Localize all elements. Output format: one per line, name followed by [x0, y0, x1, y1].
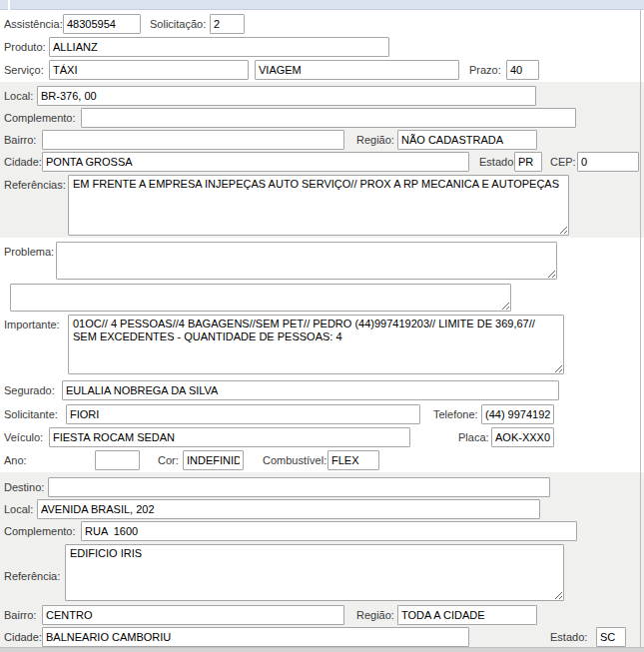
regiao-destino-label: Região: — [356, 608, 394, 622]
servico-tipo-field[interactable] — [49, 60, 249, 80]
complemento-destino-label: Complemento: — [4, 524, 76, 538]
complemento-origem-label: Complemento: — [4, 111, 76, 125]
regiao-origem-field[interactable] — [397, 130, 537, 150]
estado-origem-field[interactable] — [514, 152, 542, 172]
assistencia-label: Assistência: — [4, 17, 63, 31]
bairro-destino-field[interactable] — [42, 605, 344, 625]
servico-label: Serviço: — [4, 63, 44, 77]
bottom-bar — [0, 647, 644, 652]
telefone-field[interactable] — [481, 404, 554, 424]
cep-label: CEP: — [550, 155, 576, 169]
referencia-destino-label: Referência: — [4, 569, 60, 583]
produto-field[interactable] — [49, 37, 389, 57]
combustivel-field[interactable] — [327, 450, 379, 470]
problema-field[interactable] — [56, 242, 557, 280]
cidade-destino-field[interactable] — [42, 627, 469, 647]
regiao-origem-label: Região: — [356, 133, 394, 147]
veiculo-label: Veículo: — [4, 430, 43, 444]
complemento-destino-field[interactable] — [81, 521, 577, 541]
segurado-field[interactable] — [62, 380, 559, 400]
bairro-origem-field[interactable] — [42, 130, 344, 150]
assistance-form-page: Assistência: Solicitação: Produto: Servi… — [0, 0, 644, 652]
observacao-extra-field[interactable] — [10, 284, 511, 312]
cidade-origem-label: Cidade: — [4, 155, 42, 169]
importante-label: Importante: — [4, 318, 60, 331]
placa-label: Placa: — [458, 430, 489, 444]
segurado-label: Segurado: — [4, 383, 55, 397]
destino-field[interactable] — [48, 477, 550, 497]
top-header-notch — [8, 0, 10, 10]
referencia-destino-field[interactable]: EDIFICIO IRIS — [65, 544, 564, 601]
telefone-label: Telefone: — [433, 407, 478, 421]
cidade-origem-field[interactable] — [42, 152, 469, 172]
cep-field[interactable] — [577, 152, 639, 172]
produto-label: Produto: — [4, 40, 46, 54]
local-destino-field[interactable] — [37, 499, 540, 519]
top-header-bar — [0, 0, 644, 10]
bairro-destino-label: Bairro: — [4, 608, 36, 622]
estado-destino-field[interactable] — [596, 627, 626, 647]
importante-field[interactable]: 01OC// 4 PESSOAS//4 BAGAGENS//SEM PET// … — [68, 315, 564, 374]
referencias-origem-label: Referências: — [4, 178, 66, 192]
referencias-origem-field[interactable]: EM FRENTE A EMPRESA INJEPEÇAS AUTO SERVI… — [68, 175, 569, 236]
solicitacao-field[interactable] — [210, 14, 245, 34]
estado-destino-label: Estado: — [550, 630, 587, 644]
window-right-edge — [640, 10, 641, 647]
solicitante-field[interactable] — [66, 404, 420, 424]
servico-categoria-field[interactable] — [255, 60, 459, 80]
placa-field[interactable] — [491, 427, 554, 447]
solicitacao-label: Solicitação: — [150, 17, 206, 31]
solicitante-label: Solicitante: — [4, 407, 58, 421]
cidade-destino-label: Cidade: — [4, 630, 42, 644]
ano-label: Ano: — [4, 453, 27, 467]
estado-origem-label: Estado: — [479, 155, 516, 169]
complemento-origem-field[interactable] — [81, 108, 576, 128]
combustivel-label: Combustível: — [263, 453, 326, 467]
local-origem-field[interactable] — [37, 86, 536, 106]
assistencia-field[interactable] — [63, 14, 141, 34]
local-destino-label: Local: — [4, 502, 33, 516]
regiao-destino-field[interactable] — [397, 605, 537, 625]
cor-field[interactable] — [183, 450, 244, 470]
prazo-label: Prazo: — [469, 63, 501, 77]
problema-label: Problema: — [4, 245, 54, 259]
cor-label: Cor: — [158, 453, 179, 467]
veiculo-field[interactable] — [49, 427, 410, 447]
destino-label: Destino: — [4, 480, 44, 494]
ano-field[interactable] — [95, 450, 140, 470]
bairro-origem-label: Bairro: — [4, 133, 36, 147]
local-origem-label: Local: — [4, 89, 33, 103]
prazo-field[interactable] — [506, 60, 539, 80]
